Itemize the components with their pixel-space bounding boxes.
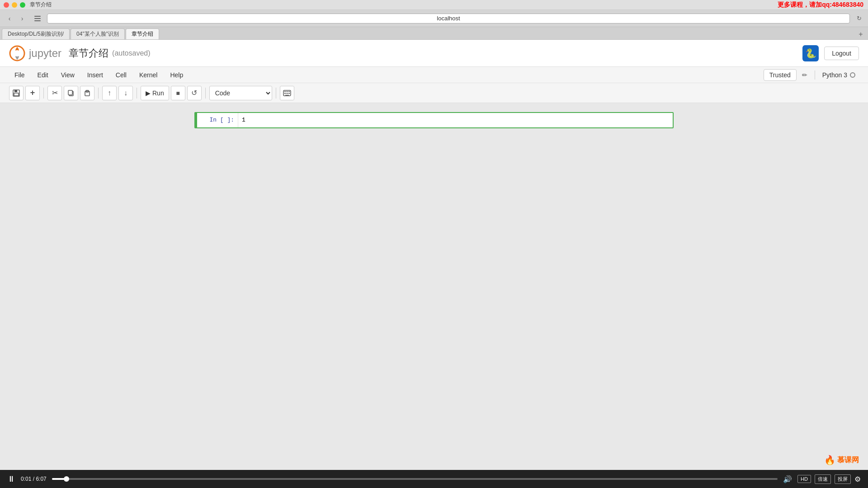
- separator-2: [98, 88, 99, 99]
- notebook-area: In [ ]: 1: [0, 103, 868, 488]
- separator-4: [205, 88, 206, 99]
- back-button[interactable]: ‹: [4, 14, 15, 23]
- toolbar: + ✂ ↑ ↓ ▶ Run ■: [0, 83, 868, 103]
- hd-button[interactable]: HD: [797, 475, 811, 483]
- menu-cell[interactable]: Cell: [110, 70, 132, 80]
- svg-rect-16: [288, 91, 290, 92]
- svg-rect-8: [14, 93, 19, 96]
- stop-icon: ■: [176, 89, 179, 97]
- jupyter-header: jupyter 章节介绍 (autosaved) 🐍 Logout: [0, 40, 868, 67]
- python-icon: 🐍: [802, 45, 819, 61]
- paste-button[interactable]: [80, 86, 94, 100]
- progress-thumb[interactable]: [64, 476, 69, 482]
- title-bar-text: 章节介绍: [30, 1, 52, 9]
- trusted-button[interactable]: Trusted: [764, 69, 797, 81]
- separator-3: [137, 88, 137, 99]
- svg-rect-2: [34, 20, 41, 21]
- progress-bar[interactable]: [52, 478, 778, 480]
- address-text: localhost: [437, 15, 460, 22]
- save-button[interactable]: [9, 86, 24, 100]
- svg-rect-0: [34, 16, 41, 17]
- cell-prompt-text: In [ ]:: [209, 117, 234, 123]
- svg-rect-15: [286, 91, 288, 92]
- svg-rect-1: [34, 18, 41, 19]
- current-time: 0:01 / 6:07: [21, 476, 47, 482]
- move-up-button[interactable]: ↑: [102, 86, 117, 100]
- menu-help[interactable]: Help: [165, 70, 189, 80]
- maximize-button[interactable]: [20, 2, 25, 8]
- menu-insert[interactable]: Insert: [82, 70, 108, 80]
- nav-buttons: ‹ ›: [4, 14, 28, 23]
- promo-text: 更多课程，请加qq:484683840: [778, 0, 863, 9]
- svg-rect-17: [284, 93, 286, 94]
- cast-button[interactable]: 投屏: [835, 474, 851, 484]
- volume-button[interactable]: 🔊: [783, 475, 792, 483]
- play-pause-icon: ⏸: [7, 474, 15, 483]
- settings-button[interactable]: ⚙: [854, 475, 861, 483]
- run-icon: ▶: [146, 89, 151, 97]
- svg-text:🐍: 🐍: [805, 48, 816, 59]
- main-content: jupyter 章节介绍 (autosaved) 🐍 Logout File E…: [0, 40, 868, 488]
- stop-button[interactable]: ■: [171, 86, 185, 100]
- svg-rect-7: [14, 90, 17, 92]
- cut-icon: ✂: [52, 89, 58, 97]
- jupyter-logo: jupyter: [9, 45, 61, 61]
- cell-prompt: In [ ]:: [197, 113, 238, 127]
- tab-chapter-intro[interactable]: 章节介绍: [126, 28, 159, 39]
- up-arrow-icon: ↑: [108, 89, 111, 97]
- tabs-bar: Desktop/DL/5刷脸识别/ 04"某个人脸"识别 章节介绍 +: [0, 27, 868, 40]
- pencil-icon[interactable]: ✏: [798, 70, 811, 80]
- tab-face-recognition[interactable]: 04"某个人脸"识别: [71, 28, 125, 39]
- play-pause-button[interactable]: ⏸: [7, 474, 15, 484]
- jupyter-logo-icon: [9, 45, 25, 61]
- browser-chrome: ‹ › localhost ↻: [0, 10, 868, 27]
- address-bar[interactable]: localhost: [47, 14, 850, 23]
- add-cell-button[interactable]: +: [25, 86, 40, 100]
- svg-rect-20: [285, 95, 289, 96]
- speed-button[interactable]: 倍速: [815, 474, 831, 484]
- copy-button[interactable]: [64, 86, 78, 100]
- keyboard-shortcuts-button[interactable]: [280, 86, 294, 100]
- menu-bar: File Edit View Insert Cell Kernel Help T…: [0, 67, 868, 83]
- menu-file[interactable]: File: [9, 70, 30, 80]
- close-button[interactable]: [4, 2, 9, 8]
- jupyter-logo-text: jupyter: [29, 47, 61, 60]
- run-label: Run: [152, 89, 164, 97]
- menu-kernel[interactable]: Kernel: [134, 70, 163, 80]
- video-controls: ⏸ 0:01 / 6:07 🔊 HD 倍速 投屏 ⚙: [0, 470, 868, 488]
- title-bar: 章节介绍 更多课程，请加qq:484683840: [0, 0, 868, 10]
- watermark-text: 慕课网: [837, 455, 859, 465]
- cell-content[interactable]: 1: [238, 113, 673, 127]
- cell-0[interactable]: In [ ]: 1: [194, 112, 674, 128]
- menu-edit[interactable]: Edit: [32, 70, 54, 80]
- cut-button[interactable]: ✂: [47, 86, 62, 100]
- notebook-title[interactable]: 章节介绍: [69, 47, 108, 60]
- kernel-name: Python 3: [822, 71, 847, 79]
- tab-desktop[interactable]: Desktop/DL/5刷脸识别/: [2, 28, 70, 39]
- cell-type-dropdown[interactable]: Code Markdown Raw NBConvert Heading: [209, 86, 272, 100]
- refresh-button[interactable]: ↻: [854, 14, 864, 23]
- plus-icon: +: [30, 88, 35, 98]
- forward-button[interactable]: ›: [16, 14, 28, 23]
- new-tab-button[interactable]: +: [855, 29, 866, 39]
- sidebar-toggle-button[interactable]: [32, 14, 43, 23]
- svg-rect-10: [68, 90, 72, 95]
- autosaved-indicator: (autosaved): [112, 49, 151, 57]
- separator-1: [43, 88, 44, 99]
- cell-code-line-1: 1: [242, 116, 669, 125]
- run-button[interactable]: ▶ Run: [141, 86, 169, 100]
- cell-container: In [ ]: 1: [185, 112, 683, 128]
- svg-rect-14: [284, 91, 286, 92]
- settings-icons: HD 倍速 投屏 ⚙: [797, 474, 861, 484]
- logout-button[interactable]: Logout: [824, 47, 859, 60]
- kernel-status-circle: [850, 72, 855, 78]
- restart-icon: ↺: [191, 89, 197, 97]
- restart-button[interactable]: ↺: [187, 86, 202, 100]
- move-down-button[interactable]: ↓: [118, 86, 133, 100]
- menu-view[interactable]: View: [56, 70, 80, 80]
- svg-rect-19: [288, 93, 290, 94]
- traffic-lights: [4, 2, 25, 8]
- watermark: 🔥 慕课网: [824, 455, 859, 465]
- minimize-button[interactable]: [12, 2, 17, 8]
- separator-5: [276, 88, 276, 99]
